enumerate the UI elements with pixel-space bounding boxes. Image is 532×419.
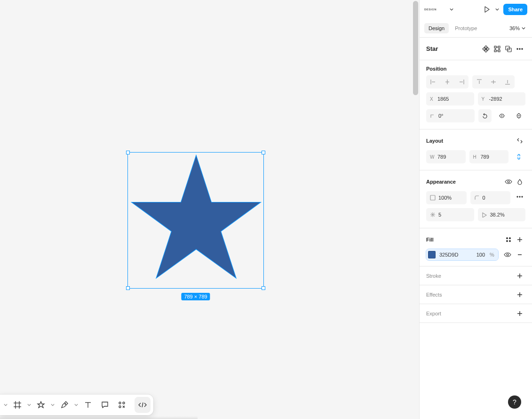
svg-point-11	[517, 48, 518, 49]
selection-colors-icon[interactable]	[503, 43, 514, 55]
canvas-scrollbar[interactable]	[413, 1, 418, 95]
align-right-icon[interactable]	[454, 75, 468, 89]
help-button[interactable]: ?	[508, 395, 521, 409]
y-field[interactable]: Y-2892	[478, 92, 526, 105]
zoom-value: 36%	[509, 25, 520, 31]
constrain-proportions-icon[interactable]	[512, 150, 525, 163]
fill-label: Fill	[426, 237, 503, 242]
svg-point-52	[65, 403, 66, 404]
fill-color-row[interactable]: 325D9D 100 %	[426, 249, 498, 260]
fill-unit: %	[489, 252, 495, 258]
resize-handle-tl[interactable]	[126, 151, 130, 154]
actions-tool-icon[interactable]	[114, 397, 130, 413]
frame-chevron-icon[interactable]	[26, 403, 32, 407]
move-chevron-icon[interactable]	[3, 403, 8, 407]
share-button[interactable]: Share	[503, 4, 527, 15]
position-label: Position	[426, 66, 525, 72]
layout-section: Layout W789 H789	[420, 129, 532, 170]
dev-mode-icon[interactable]	[135, 397, 151, 413]
align-horizontal-group	[426, 75, 468, 89]
align-h-center-icon[interactable]	[440, 75, 454, 89]
object-name: Star	[426, 45, 480, 52]
svg-point-36	[509, 241, 511, 242]
svg-rect-4	[498, 50, 500, 52]
component-icon[interactable]	[480, 43, 492, 55]
tab-design[interactable]: Design	[424, 23, 449, 33]
shape-chevron-icon[interactable]	[50, 403, 56, 407]
svg-rect-29	[430, 195, 435, 200]
pen-chevron-icon[interactable]	[73, 403, 79, 407]
fill-hex[interactable]: 325D9D	[439, 252, 467, 258]
add-export-icon[interactable]	[514, 308, 525, 319]
remove-fill-icon[interactable]	[514, 249, 525, 260]
rotation-field[interactable]: 0°	[426, 109, 475, 122]
effects-section[interactable]: Effects	[420, 285, 532, 304]
text-tool-icon[interactable]	[80, 397, 96, 413]
effects-label: Effects	[426, 292, 514, 298]
svg-point-30	[517, 196, 518, 197]
align-left-icon[interactable]	[426, 75, 440, 89]
resize-handle-tr[interactable]	[262, 151, 265, 154]
resize-handle-br[interactable]	[262, 286, 265, 290]
flip-v-icon[interactable]	[512, 109, 525, 122]
add-fill-icon[interactable]	[514, 234, 525, 245]
dimension-badge: 789 × 789	[181, 293, 210, 300]
add-effect-icon[interactable]	[514, 289, 525, 300]
svg-marker-51	[38, 402, 44, 408]
stroke-label: Stroke	[426, 273, 514, 279]
flip-h-icon[interactable]	[495, 109, 508, 122]
svg-rect-2	[498, 46, 500, 48]
fill-opacity[interactable]: 100	[471, 252, 485, 258]
rotate-90-icon[interactable]	[478, 109, 492, 122]
stroke-section[interactable]: Stroke	[420, 266, 532, 285]
autolayout-icon[interactable]	[514, 135, 525, 146]
canvas-area[interactable]: 789 × 789	[0, 0, 419, 419]
shape-tool-icon[interactable]	[33, 397, 49, 413]
star-shape[interactable]	[130, 153, 262, 284]
play-icon[interactable]	[483, 5, 491, 14]
svg-point-35	[507, 241, 508, 242]
zoom-level[interactable]: 36%	[509, 25, 525, 31]
width-field[interactable]: W789	[426, 150, 466, 163]
appearance-more-icon[interactable]	[514, 191, 525, 202]
fill-swatch[interactable]	[428, 251, 436, 258]
chevron-down-icon	[522, 26, 525, 30]
fill-section: Fill 325D9D 100 %	[420, 228, 532, 266]
height-field[interactable]: H789	[469, 150, 509, 163]
svg-point-34	[509, 238, 511, 239]
svg-marker-0	[132, 155, 261, 279]
svg-point-31	[519, 196, 520, 197]
edit-object-icon[interactable]	[492, 43, 503, 55]
fill-styles-icon[interactable]	[503, 234, 514, 245]
corner-radius-field[interactable]: 0	[470, 191, 511, 204]
visibility-icon[interactable]	[503, 176, 514, 187]
align-bottom-icon[interactable]	[500, 75, 515, 89]
export-section[interactable]: Export	[420, 304, 532, 323]
frame-tool-icon[interactable]	[9, 397, 25, 413]
tab-prototype[interactable]: Prototype	[451, 23, 481, 33]
svg-point-33	[507, 238, 508, 239]
comment-tool-icon[interactable]	[97, 397, 113, 413]
more-icon[interactable]	[514, 43, 525, 55]
brand-chevron-icon[interactable]	[449, 8, 454, 11]
play-chevron-icon[interactable]	[495, 8, 500, 11]
brand-label: DESIGN	[424, 8, 445, 11]
x-field[interactable]: X1865	[426, 92, 474, 105]
add-stroke-icon[interactable]	[514, 270, 525, 282]
align-top-icon[interactable]	[472, 75, 486, 89]
align-vertical-group	[472, 75, 515, 89]
svg-point-28	[508, 181, 509, 183]
svg-point-32	[522, 196, 523, 197]
star-ratio-field[interactable]: 38.2%	[478, 208, 526, 221]
appearance-section: Appearance 100% 0 5 38.2%	[420, 170, 532, 228]
align-v-center-icon[interactable]	[486, 75, 500, 89]
opacity-field[interactable]: 100%	[426, 191, 467, 204]
resize-handle-bl[interactable]	[126, 286, 130, 290]
svg-point-12	[519, 48, 521, 49]
fill-visibility-icon[interactable]	[502, 249, 513, 260]
selection-box[interactable]: 789 × 789	[127, 152, 264, 289]
bottom-toolbar	[0, 395, 153, 415]
pen-tool-icon[interactable]	[56, 397, 72, 413]
star-points-field[interactable]: 5	[426, 208, 474, 221]
blend-mode-icon[interactable]	[514, 176, 525, 187]
